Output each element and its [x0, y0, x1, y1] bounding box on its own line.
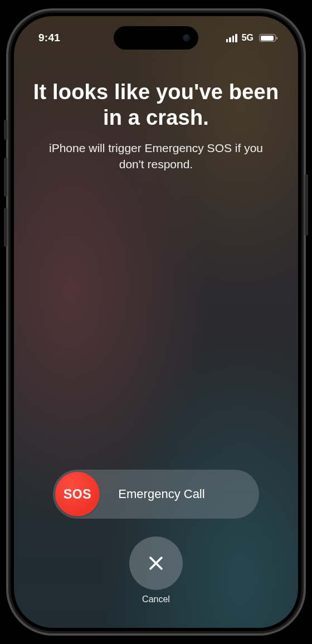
status-time: 9:41	[38, 32, 60, 44]
iphone-frame: 9:41 5G It looks like you've been in a c…	[6, 8, 306, 636]
sos-icon[interactable]: SOS	[55, 472, 100, 516]
status-indicators: 5G	[226, 33, 276, 43]
dynamic-island	[114, 26, 198, 50]
sos-knob-text: SOS	[64, 487, 91, 502]
cellular-signal-icon	[226, 34, 237, 42]
crash-message: It looks like you've been in a crash. iP…	[14, 47, 298, 172]
screen: 9:41 5G It looks like you've been in a c…	[14, 16, 298, 628]
battery-icon	[259, 34, 276, 42]
emergency-call-slider[interactable]: SOS Emergency Call	[53, 470, 259, 519]
close-icon	[147, 554, 165, 573]
network-label: 5G	[242, 33, 254, 43]
cancel-button[interactable]	[129, 536, 183, 590]
crash-title: It looks like you've been in a crash.	[33, 80, 279, 130]
volume-up-button	[4, 158, 7, 197]
silence-switch	[4, 120, 7, 140]
cancel-label: Cancel	[142, 594, 170, 604]
volume-down-button	[4, 208, 7, 247]
crash-subtitle: iPhone will trigger Emergency SOS if you…	[33, 140, 279, 172]
power-button	[305, 174, 308, 236]
